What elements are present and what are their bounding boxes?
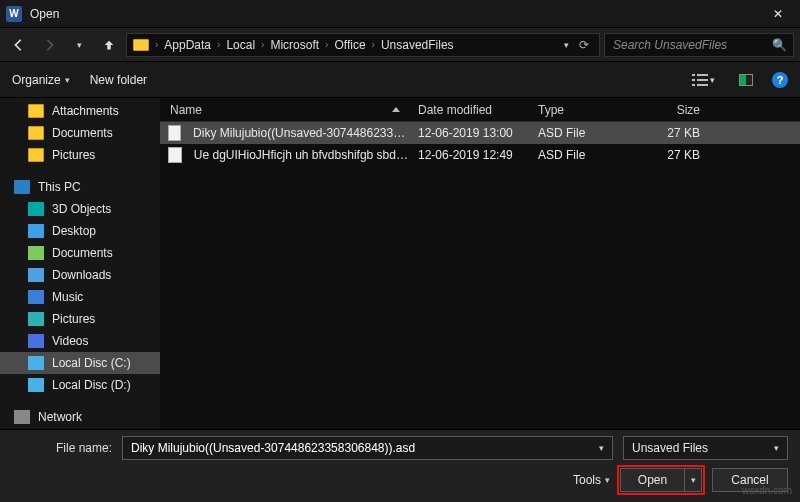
file-list[interactable]: Diky Milujubio((Unsaved-3074486233583… 1… xyxy=(160,122,800,429)
file-row[interactable]: Diky Milujubio((Unsaved-3074486233583… 1… xyxy=(160,122,800,144)
toolbar: Organize▾ New folder ▾ ? xyxy=(0,62,800,98)
arrow-right-icon xyxy=(42,38,56,52)
sidebar-item-local-disc-c[interactable]: Local Disc (C:) xyxy=(0,352,160,374)
documents-icon xyxy=(28,246,44,260)
svg-rect-0 xyxy=(692,74,695,76)
search-icon: 🔍 xyxy=(772,38,787,52)
music-icon xyxy=(28,290,44,304)
breadcrumb-item[interactable]: UnsavedFiles xyxy=(377,38,458,52)
chevron-right-icon: › xyxy=(155,39,158,50)
help-button[interactable]: ? xyxy=(772,72,788,88)
sidebar-item-attachments[interactable]: Attachments xyxy=(0,100,160,122)
3d-icon xyxy=(28,202,44,216)
breadcrumb[interactable]: › AppData › Local › Microsoft › Office ›… xyxy=(126,33,600,57)
sidebar-item-3d-objects[interactable]: 3D Objects xyxy=(0,198,160,220)
chevron-right-icon: › xyxy=(217,39,220,50)
pc-icon xyxy=(14,180,30,194)
file-area: Name Date modified Type Size Diky Miluju… xyxy=(160,98,800,429)
refresh-icon[interactable]: ⟳ xyxy=(579,38,589,52)
breadcrumb-item[interactable]: Office xyxy=(330,38,369,52)
chevron-right-icon: › xyxy=(372,39,375,50)
recent-dropdown[interactable]: ▾ xyxy=(66,32,92,58)
sidebar-item-pictures-pc[interactable]: Pictures xyxy=(0,308,160,330)
folder-icon xyxy=(28,126,44,140)
sidebar-item-pictures[interactable]: Pictures xyxy=(0,144,160,166)
chevron-right-icon: › xyxy=(325,39,328,50)
folder-icon xyxy=(28,148,44,162)
svg-rect-1 xyxy=(697,74,708,76)
pictures-icon xyxy=(28,312,44,326)
column-type[interactable]: Type xyxy=(528,103,638,117)
sidebar-item-documents[interactable]: Documents xyxy=(0,122,160,144)
new-folder-button[interactable]: New folder xyxy=(90,73,147,87)
filename-input[interactable]: Diky Milujubio((Unsaved-3074486233583068… xyxy=(122,436,613,460)
column-size[interactable]: Size xyxy=(638,103,718,117)
chevron-down-icon: ▾ xyxy=(691,475,696,485)
back-button[interactable] xyxy=(6,32,32,58)
search-input[interactable]: Search UnsavedFiles 🔍 xyxy=(604,33,794,57)
file-filter-dropdown[interactable]: Unsaved Files ▾ xyxy=(623,436,788,460)
folder-icon xyxy=(133,39,149,51)
chevron-right-icon: › xyxy=(261,39,264,50)
sidebar[interactable]: Attachments Documents Pictures This PC 3… xyxy=(0,98,160,429)
sort-asc-icon xyxy=(392,107,400,112)
breadcrumb-item[interactable]: Local xyxy=(222,38,259,52)
pane-icon xyxy=(739,74,753,86)
column-date[interactable]: Date modified xyxy=(408,103,528,117)
chevron-down-icon[interactable]: ▾ xyxy=(564,40,569,50)
chevron-down-icon[interactable]: ▾ xyxy=(599,443,604,453)
sidebar-item-downloads[interactable]: Downloads xyxy=(0,264,160,286)
file-row[interactable]: Ue dgUIHioJHficjh uh bfvdbshifgb sbdf… 1… xyxy=(160,144,800,166)
sidebar-item-desktop[interactable]: Desktop xyxy=(0,220,160,242)
file-icon xyxy=(168,147,182,163)
svg-rect-2 xyxy=(692,79,695,81)
sidebar-item-local-disc-d[interactable]: Local Disc (D:) xyxy=(0,374,160,396)
sidebar-item-network[interactable]: Network xyxy=(0,406,160,428)
app-icon: W xyxy=(6,6,22,22)
open-button[interactable]: Open xyxy=(620,468,684,492)
desktop-icon xyxy=(28,224,44,238)
arrow-up-icon xyxy=(102,38,116,52)
svg-rect-4 xyxy=(692,84,695,86)
sidebar-item-music[interactable]: Music xyxy=(0,286,160,308)
network-icon xyxy=(14,410,30,424)
organize-button[interactable]: Organize▾ xyxy=(12,73,70,87)
forward-button[interactable] xyxy=(36,32,62,58)
column-name[interactable]: Name xyxy=(160,103,408,117)
search-placeholder: Search UnsavedFiles xyxy=(613,38,766,52)
tools-dropdown[interactable]: Tools▾ xyxy=(573,473,610,487)
window-title: Open xyxy=(30,7,756,21)
file-icon xyxy=(168,125,181,141)
preview-pane-button[interactable] xyxy=(734,71,758,89)
svg-rect-3 xyxy=(697,79,708,81)
svg-rect-5 xyxy=(697,84,708,86)
open-split-button[interactable]: ▾ xyxy=(684,468,702,492)
view-mode-button[interactable]: ▾ xyxy=(687,70,720,90)
column-headers: Name Date modified Type Size xyxy=(160,98,800,122)
sidebar-item-this-pc[interactable]: This PC xyxy=(0,176,160,198)
videos-icon xyxy=(28,334,44,348)
sidebar-item-documents-pc[interactable]: Documents xyxy=(0,242,160,264)
nav-row: ▾ › AppData › Local › Microsoft › Office… xyxy=(0,28,800,62)
footer: File name: Diky Milujubio((Unsaved-30744… xyxy=(0,429,800,502)
sidebar-item-videos[interactable]: Videos xyxy=(0,330,160,352)
list-icon xyxy=(692,73,708,87)
chevron-down-icon: ▾ xyxy=(774,443,779,453)
breadcrumb-item[interactable]: Microsoft xyxy=(266,38,323,52)
downloads-icon xyxy=(28,268,44,282)
disk-icon xyxy=(28,356,44,370)
folder-icon xyxy=(28,104,44,118)
titlebar: W Open ✕ xyxy=(0,0,800,28)
breadcrumb-item[interactable]: AppData xyxy=(160,38,215,52)
close-button[interactable]: ✕ xyxy=(756,0,800,28)
up-button[interactable] xyxy=(96,32,122,58)
arrow-left-icon xyxy=(12,38,26,52)
disk-icon xyxy=(28,378,44,392)
watermark: wsxdn.com xyxy=(742,485,792,496)
filename-label: File name: xyxy=(12,441,112,455)
